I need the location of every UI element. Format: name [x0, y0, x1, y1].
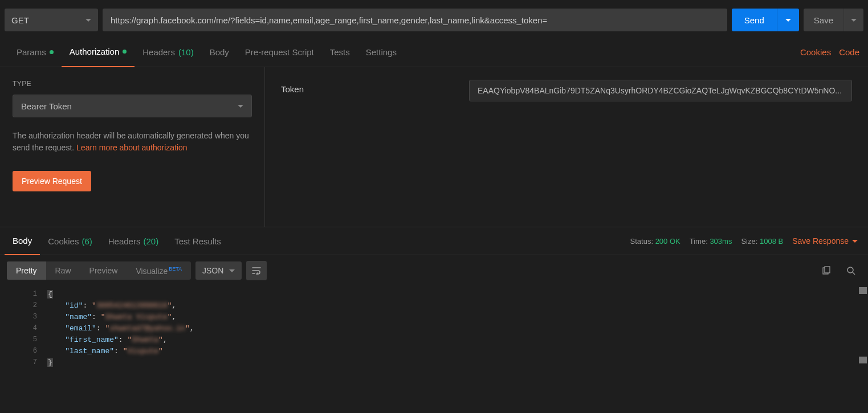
chevron-down-icon — [785, 19, 791, 22]
response-status-area: Status: 200 OK Time: 303ms Size: 1008 B … — [630, 236, 863, 246]
token-input[interactable]: EAAQYiobpV84BALnGib79DT5ZANq3UsyrhORDY4B… — [469, 80, 852, 101]
authorization-left-column: TYPE Bearer Token The authorization head… — [0, 67, 265, 227]
rtab-count: (6) — [81, 236, 92, 246]
active-dot-icon — [123, 50, 127, 54]
http-method-select[interactable]: GET — [5, 9, 98, 31]
beta-badge: BETA — [169, 266, 182, 272]
json-key: last_name — [70, 347, 109, 355]
rtab-body[interactable]: Body — [5, 227, 40, 255]
rtab-test-results[interactable]: Test Results — [166, 227, 229, 255]
tab-headers[interactable]: Headers (10) — [135, 37, 201, 67]
view-visualize[interactable]: VisualizeBETA — [127, 261, 191, 280]
tab-label: Settings — [366, 47, 397, 57]
save-button-group: Save — [804, 9, 863, 31]
chevron-down-icon — [852, 240, 858, 243]
save-response-button[interactable]: Save Response — [792, 236, 858, 246]
code-line: 4 "email": "shwetad7@yahoo.in", — [0, 322, 868, 334]
tab-label: Body — [210, 47, 229, 57]
json-value-redacted: shwetad7@yahoo.in — [109, 324, 185, 333]
code-link[interactable]: Code — [839, 47, 859, 57]
response-tabs: Body Cookies (6) Headers (20) Test Resul… — [0, 227, 868, 255]
chevron-down-icon — [238, 105, 243, 108]
rtab-cookies[interactable]: Cookies (6) — [40, 227, 100, 255]
cookies-link[interactable]: Cookies — [800, 47, 831, 57]
rtab-count: (20) — [143, 236, 158, 246]
code-line: 6 "last_name": "Vispute" — [0, 345, 868, 357]
line-number: 4 — [0, 324, 47, 332]
tab-label: Tests — [330, 47, 350, 57]
save-response-label: Save Response — [792, 236, 849, 246]
label: Time: — [690, 237, 708, 246]
code-line: 2 "id": "3095424613998618", — [0, 300, 868, 311]
time-value: 303ms — [710, 237, 732, 246]
code-line: 1 { — [0, 288, 868, 300]
token-value: EAAQYiobpV84BALnGib79DT5ZANq3UsyrhORDY4B… — [478, 86, 842, 95]
rtab-label: Headers — [108, 236, 141, 246]
svg-line-3 — [853, 272, 855, 275]
response-body-editor[interactable]: 1 { 2 "id": "3095424613998618", 3 "name"… — [0, 286, 868, 370]
json-value-redacted: Shweta Vispute — [105, 313, 167, 321]
line-number: 7 — [0, 358, 47, 366]
save-button[interactable]: Save — [804, 9, 843, 31]
size-value: 1008 B — [760, 237, 783, 246]
chevron-down-icon — [85, 19, 91, 22]
auth-type-select[interactable]: Bearer Token — [13, 95, 252, 117]
rtab-headers[interactable]: Headers (20) — [100, 227, 166, 255]
status-value: 200 OK — [655, 237, 680, 246]
json-value-redacted: Vispute — [127, 347, 158, 355]
json-key: email — [70, 324, 92, 333]
send-button[interactable]: Send — [732, 9, 777, 31]
send-dropdown-button[interactable] — [777, 9, 799, 31]
tab-body[interactable]: Body — [202, 37, 237, 67]
view-raw[interactable]: Raw — [46, 261, 80, 280]
chevron-down-icon — [229, 269, 235, 272]
auth-type-label: TYPE — [13, 80, 252, 88]
body-format-value: JSON — [202, 266, 223, 275]
copy-icon — [821, 266, 830, 275]
tab-tests[interactable]: Tests — [322, 37, 358, 67]
tab-settings[interactable]: Settings — [358, 37, 405, 67]
view-pretty[interactable]: Pretty — [7, 261, 46, 280]
view-preview[interactable]: Preview — [80, 261, 127, 280]
http-method-value: GET — [11, 15, 29, 25]
wrap-lines-button[interactable] — [246, 261, 267, 280]
line-number: 6 — [0, 347, 47, 355]
active-dot-icon — [50, 50, 54, 54]
scroll-minimap-marker — [859, 357, 867, 363]
json-key: first_name — [70, 336, 114, 344]
preview-request-button[interactable]: Preview Request — [13, 171, 91, 191]
save-dropdown-button[interactable] — [843, 9, 863, 31]
json-value-redacted: 3095424613998618 — [96, 301, 168, 310]
view-mode-segment: Pretty Raw Preview VisualizeBETA — [7, 261, 191, 280]
line-number: 1 — [0, 290, 47, 298]
request-tabs: Params Authorization Headers (10) Body P… — [0, 37, 868, 67]
search-button[interactable] — [841, 261, 861, 280]
rtab-label: Body — [13, 236, 32, 246]
tab-label: Headers — [142, 47, 175, 57]
json-value-redacted: Shweta — [132, 336, 158, 344]
json-key: id — [70, 301, 79, 310]
send-button-label: Send — [744, 15, 764, 25]
json-key: name — [70, 313, 87, 321]
line-number: 5 — [0, 336, 47, 344]
learn-more-link[interactable]: Learn more about authorization — [76, 143, 188, 152]
tab-params[interactable]: Params — [9, 37, 62, 67]
tab-prerequest[interactable]: Pre-request Script — [237, 37, 322, 67]
authorization-panel: TYPE Bearer Token The authorization head… — [0, 67, 868, 227]
scroll-minimap-marker — [859, 287, 867, 294]
code-line: 3 "name": "Shweta Vispute", — [0, 311, 868, 322]
svg-point-2 — [847, 267, 853, 273]
save-button-label: Save — [814, 15, 833, 25]
wrap-icon — [252, 267, 261, 275]
tab-authorization[interactable]: Authorization — [62, 36, 135, 67]
auth-type-value: Bearer Token — [21, 101, 72, 111]
size-label: Size: 1008 B — [741, 237, 783, 246]
chevron-down-icon — [851, 19, 857, 22]
url-input[interactable]: https://graph.facebook.com/me/?fields=id… — [103, 9, 727, 31]
copy-button[interactable] — [816, 261, 836, 280]
line-number: 2 — [0, 301, 47, 309]
body-format-select[interactable]: JSON — [195, 261, 242, 280]
code-line: 5 "first_name": "Shweta", — [0, 334, 868, 345]
tab-label: Pre-request Script — [245, 47, 314, 57]
visualize-label: Visualize — [136, 266, 168, 275]
